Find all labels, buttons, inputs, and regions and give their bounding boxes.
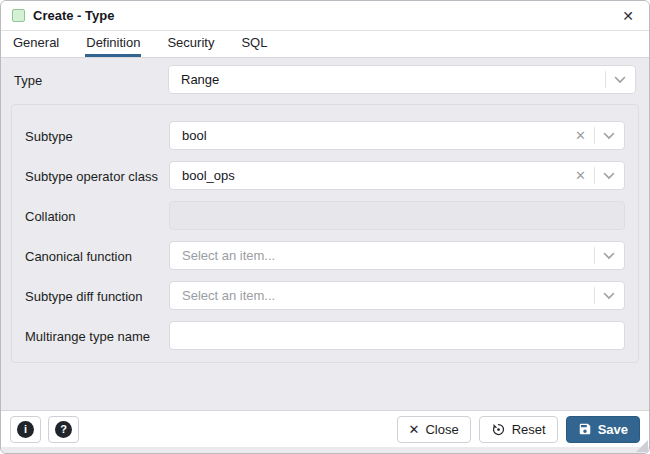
chevron-down-icon[interactable] — [603, 252, 615, 260]
canonical-function-adornments — [594, 247, 624, 264]
reset-button-label: Reset — [512, 422, 546, 437]
subtype-select-value: bool — [182, 128, 207, 143]
multirange-type-name-input[interactable] — [169, 321, 625, 350]
resize-handle[interactable] — [636, 440, 648, 452]
multirange-type-name-label: Multirange type name — [25, 321, 169, 347]
chevron-down-icon[interactable] — [603, 292, 615, 300]
clear-icon[interactable]: ✕ — [575, 129, 586, 142]
canonical-function-label: Canonical function — [25, 241, 169, 267]
type-select-value: Range — [181, 72, 219, 87]
subtype-operator-class-select[interactable]: bool_ops ✕ — [169, 161, 625, 190]
info-button[interactable]: i — [10, 416, 41, 443]
close-button-label: Close — [425, 422, 458, 437]
type-select-adornments — [605, 71, 635, 88]
info-icon: i — [17, 421, 34, 438]
canonical-function-select[interactable]: Select an item... — [169, 241, 625, 270]
tabbar: General Definition Security SQL — [1, 31, 649, 58]
footer: i ? ✕ Close Reset Save — [1, 410, 649, 447]
definition-panel: Type Range Subtype bool ✕ — [1, 58, 649, 410]
subtype-select-adornments: ✕ — [575, 127, 624, 144]
chevron-down-icon[interactable] — [603, 132, 615, 140]
select-separator — [605, 71, 606, 88]
tab-sql[interactable]: SQL — [240, 31, 268, 57]
select-separator — [594, 287, 595, 304]
field-row-type: Type Range — [14, 65, 636, 94]
create-type-dialog: Create - Type ✕ General Definition Secur… — [0, 0, 650, 454]
reset-button[interactable]: Reset — [479, 416, 558, 443]
canonical-function-placeholder: Select an item... — [182, 248, 275, 263]
chevron-down-icon[interactable] — [603, 172, 615, 180]
footer-right-buttons: ✕ Close Reset Save — [397, 416, 641, 443]
collation-input — [169, 201, 625, 230]
footer-left-buttons: i ? — [10, 416, 79, 443]
titlebar: Create - Type ✕ — [1, 1, 649, 31]
help-button[interactable]: ? — [48, 416, 79, 443]
field-row-subtype-diff-function: Subtype diff function Select an item... — [25, 281, 625, 310]
close-icon[interactable]: ✕ — [619, 7, 637, 25]
type-label: Type — [14, 65, 168, 91]
tab-definition[interactable]: Definition — [85, 31, 141, 57]
select-separator — [594, 127, 595, 144]
subtype-operator-class-label: Subtype operator class — [25, 161, 169, 187]
range-options-group: Subtype bool ✕ Subtype operator class — [11, 104, 639, 363]
type-select[interactable]: Range — [168, 65, 636, 94]
field-row-multirange-type-name: Multirange type name — [25, 321, 625, 350]
subtype-label: Subtype — [25, 121, 169, 147]
close-x-icon: ✕ — [409, 422, 420, 437]
subtype-diff-function-adornments — [594, 287, 624, 304]
reset-icon — [491, 422, 506, 437]
tab-security[interactable]: Security — [166, 31, 215, 57]
save-button[interactable]: Save — [566, 416, 640, 443]
select-separator — [594, 247, 595, 264]
select-separator — [594, 167, 595, 184]
field-row-canonical-function: Canonical function Select an item... — [25, 241, 625, 270]
subtype-diff-function-placeholder: Select an item... — [182, 288, 275, 303]
field-row-collation: Collation — [25, 201, 625, 230]
subtype-operator-class-adornments: ✕ — [575, 167, 624, 184]
collation-label: Collation — [25, 201, 169, 227]
field-row-subtype: Subtype bool ✕ — [25, 121, 625, 150]
tab-general[interactable]: General — [12, 31, 60, 57]
type-icon — [12, 9, 25, 22]
save-icon — [578, 422, 592, 436]
save-button-label: Save — [598, 422, 628, 437]
clear-icon[interactable]: ✕ — [575, 169, 586, 182]
close-button[interactable]: ✕ Close — [397, 416, 471, 443]
help-icon: ? — [55, 421, 72, 438]
subtype-diff-function-select[interactable]: Select an item... — [169, 281, 625, 310]
dialog-title: Create - Type — [33, 8, 114, 23]
subtype-operator-class-value: bool_ops — [182, 168, 235, 183]
subtype-diff-function-label: Subtype diff function — [25, 281, 169, 307]
dialog-bottom-edge — [1, 447, 649, 453]
field-row-subtype-operator-class: Subtype operator class bool_ops ✕ — [25, 161, 625, 190]
subtype-select[interactable]: bool ✕ — [169, 121, 625, 150]
chevron-down-icon[interactable] — [614, 76, 626, 84]
